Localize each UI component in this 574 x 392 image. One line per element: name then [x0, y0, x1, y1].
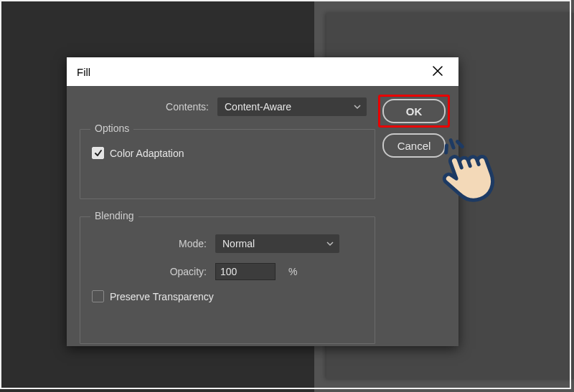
opacity-unit: %: [288, 266, 297, 277]
dialog-buttons: OK Cancel: [382, 99, 446, 158]
color-adaptation-label: Color Adaptation: [110, 148, 184, 159]
color-adaptation-checkbox[interactable]: Color Adaptation: [92, 147, 363, 159]
opacity-label: Opacity:: [92, 266, 207, 277]
fill-dialog: Fill Contents: Content-Aware OK: [67, 57, 458, 346]
options-group-title: Options: [90, 123, 133, 134]
ok-button-wrap: OK: [382, 99, 446, 123]
blending-group-title: Blending: [90, 210, 138, 221]
contents-select-value: Content-Aware: [225, 101, 291, 113]
mode-select[interactable]: Normal: [215, 234, 339, 253]
chevron-down-icon: [354, 103, 361, 110]
opacity-value: 100: [220, 266, 237, 277]
opacity-row: Opacity: 100 %: [92, 263, 363, 280]
close-icon: [433, 66, 443, 78]
preserve-transparency-checkbox[interactable]: Preserve Transparency: [92, 290, 363, 302]
cancel-button[interactable]: Cancel: [382, 133, 446, 158]
blending-group: Blending Mode: Normal Opacity: 100: [80, 216, 375, 344]
checkbox-unchecked-icon: [92, 290, 104, 302]
chevron-down-icon: [326, 240, 334, 247]
ok-button[interactable]: OK: [382, 99, 446, 123]
dialog-titlebar: Fill: [67, 57, 458, 86]
contents-select[interactable]: Content-Aware: [217, 97, 367, 116]
ok-button-label: OK: [406, 105, 423, 118]
contents-label: Contents:: [80, 101, 209, 113]
mode-select-value: Normal: [222, 238, 255, 249]
options-group: Options Color Adaptation: [80, 129, 375, 199]
opacity-input[interactable]: 100: [215, 263, 276, 280]
mode-label: Mode:: [92, 238, 207, 249]
mode-row: Mode: Normal: [92, 234, 363, 253]
close-button[interactable]: [427, 61, 448, 82]
preserve-transparency-label: Preserve Transparency: [110, 291, 214, 302]
dialog-title: Fill: [77, 66, 90, 78]
cancel-button-label: Cancel: [397, 140, 431, 152]
checkbox-checked-icon: [92, 147, 104, 159]
